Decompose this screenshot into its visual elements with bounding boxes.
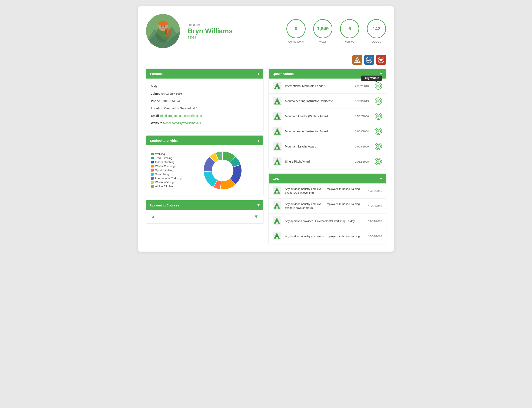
qual-name: Mountain Leader (Winter) Award [285, 114, 352, 118]
logbook-header[interactable]: Logbook Activities ▾ [146, 136, 263, 145]
legend-item: Indoor Climbing [151, 161, 182, 164]
cpd-row: Any outdoor industry employer - Employer… [269, 229, 386, 244]
logbook-section: Logbook Activities ▾ Walking Trad Climbi… [146, 135, 263, 196]
qual-date: 29/02/2016 [355, 85, 369, 88]
qual-name: Single Pitch Award [285, 160, 352, 163]
cpd-header[interactable]: CPD ▾ [269, 174, 386, 183]
email-label: Email [151, 114, 159, 118]
avatar-image [146, 14, 180, 48]
qualification-row: International Mountain Leader 29/02/2016 [269, 78, 386, 94]
donut-chart [201, 149, 244, 192]
next-arrow[interactable]: ▼ [254, 214, 259, 220]
legend-label: Alpine Climbing [155, 185, 174, 188]
personal-header[interactable]: Personal ▾ [146, 69, 263, 78]
svg-point-9 [164, 26, 165, 27]
qual-status-inner [376, 159, 381, 164]
legend-label: Winter Climbing [155, 164, 175, 168]
legend-dot [151, 181, 154, 184]
personal-title: Personal [150, 72, 163, 76]
stat-connections: 0 Connections [287, 19, 306, 43]
profile-id: 74088 [188, 36, 287, 39]
legend-label: Walking [155, 152, 165, 156]
svg-rect-56 [276, 237, 278, 239]
legend-item: Scrambling [151, 173, 182, 176]
cpd-logo [273, 201, 282, 211]
gender-row: Male [151, 83, 259, 90]
phone-label: Phone [151, 99, 160, 103]
qualification-row: Mountaineering Instructor Award 29/08/20… [269, 124, 386, 139]
cpd-date: 17/05/2016 [368, 189, 382, 193]
stat-ring-dlogs: 142 [367, 19, 386, 38]
qual-name: International Mountain Leader [285, 84, 352, 88]
website-link[interactable]: twitter.com/BrynWilliamsMIC [163, 121, 201, 125]
joined-row: Joined on 02 July 1998 [151, 90, 259, 97]
cpd-date: 21/04/2016 [368, 220, 382, 223]
logbook-title: Logbook Activities [150, 139, 178, 142]
qual-logo [273, 157, 282, 166]
website-value: twitter.com/BrynWilliamsMIC [163, 121, 201, 125]
header: Hello I'm Bryn Williams 74088 0 Connecti… [146, 14, 386, 48]
legend-dot [151, 177, 154, 180]
qual-name: Mountaineering Instructor Award [285, 130, 352, 133]
avatar [146, 14, 180, 48]
legend-item: Trad Climbing [151, 156, 182, 160]
cpd-text: Any outdoor industry employer - Employer… [285, 234, 363, 238]
qualification-row: Mountain Leader Award 09/04/1999 [269, 139, 386, 154]
stat-label-verified: Verified [345, 40, 354, 43]
stat-label-dlogs: DLOGs [372, 40, 381, 43]
cpd-date: 30/04/2016 [368, 235, 382, 238]
svg-rect-52 [276, 221, 278, 224]
donut-chart-wrap [187, 149, 259, 192]
qual-logo [273, 127, 282, 136]
qualifications-chevron[interactable]: ▾ [380, 71, 382, 76]
svg-rect-40 [276, 162, 278, 164]
cpd-text: Any outdoor industry employer - Employer… [285, 202, 363, 210]
legend-item: Winter Walking [151, 181, 182, 184]
cpd-title: CPD [273, 177, 279, 180]
personal-chevron[interactable]: ▾ [257, 71, 259, 76]
cpd-text: Any approved provider - Environmental wo… [285, 219, 363, 223]
cpd-row: Any outdoor industry employer - Employer… [269, 199, 386, 214]
svg-rect-48 [276, 206, 278, 209]
qual-logo [273, 111, 282, 121]
qualification-row: Mountain Leader (Winter) Award 17/02/200… [269, 109, 386, 124]
svg-text:AMI: AMI [367, 59, 371, 61]
legend-item: Winter Climbing [151, 164, 182, 168]
qual-date: 29/08/2004 [355, 130, 369, 133]
website-row: Website twitter.com/BrynWilliamsMIC [151, 119, 259, 127]
qual-status-inner [376, 99, 381, 103]
qual-status-dot [377, 115, 380, 117]
fully-verified-badge: Fully Verified [361, 76, 382, 81]
legend-item: Alpine Climbing [151, 185, 182, 188]
stat-views: 1,649 Views [313, 19, 332, 43]
legend-item: Walking [151, 152, 182, 156]
cpd-date: 16/05/2016 [368, 204, 382, 208]
legend-dot [151, 185, 154, 188]
legend-dot [151, 169, 154, 171]
prev-arrow[interactable]: ▲ [151, 214, 156, 220]
qual-status-dot [377, 130, 380, 132]
gender-value: Male [151, 85, 157, 88]
legend-item: Sport Climbing [151, 169, 182, 172]
email-link[interactable]: info@dragonmountainskills.com [160, 114, 202, 118]
svg-rect-20 [276, 87, 278, 89]
svg-point-8 [161, 26, 162, 27]
qual-date: 05/03/2013 [355, 100, 369, 103]
qualification-row: Single Pitch Award 10/12/1998 [269, 154, 386, 169]
upcoming-chevron[interactable]: ▾ [257, 203, 259, 207]
upcoming-body: ▲ ▼ [146, 210, 263, 223]
qual-status [375, 113, 382, 120]
phone-row: Phone 07815 144874 [151, 97, 259, 105]
cpd-chevron[interactable]: ▾ [380, 176, 382, 181]
stat-ring-views: 1,649 [313, 19, 332, 38]
cpd-row: Any approved provider - Environmental wo… [269, 214, 386, 229]
stat-label-views: Views [319, 40, 326, 43]
svg-rect-24 [276, 102, 278, 104]
qual-status-dot [377, 85, 380, 87]
personal-section: Personal ▾ Male Joined on 02 July 1998 P… [146, 68, 263, 131]
page-container: Hello I'm Bryn Williams 74088 0 Connecti… [138, 6, 394, 252]
svg-rect-28 [276, 117, 278, 119]
upcoming-header[interactable]: Upcoming Courses ▾ [146, 200, 263, 210]
qual-status-inner [376, 129, 381, 134]
logbook-chevron[interactable]: ▾ [257, 138, 259, 143]
